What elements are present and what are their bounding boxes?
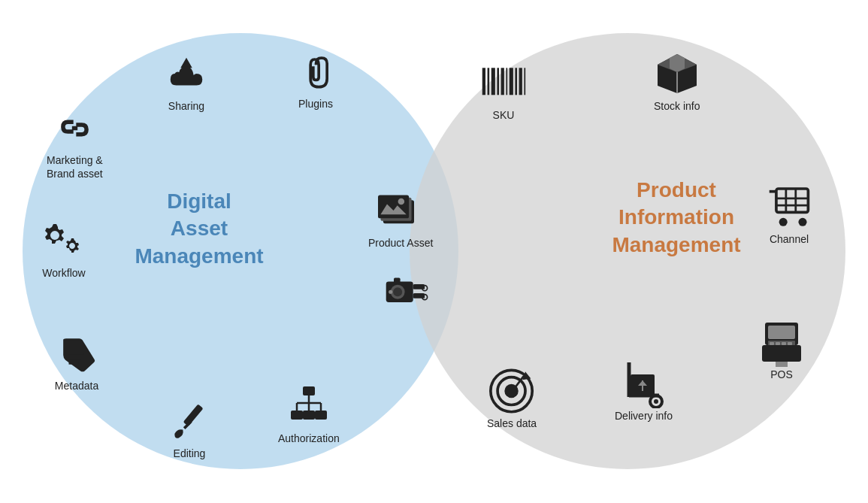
channel-label: Channel <box>770 232 809 246</box>
dolly-icon <box>622 361 667 406</box>
delivery-info-item: Delivery info <box>615 361 673 423</box>
tag-icon <box>54 331 99 376</box>
svg-rect-35 <box>515 68 517 95</box>
svg-marker-41 <box>670 54 685 72</box>
plugins-label: Plugins <box>298 97 333 111</box>
svg-rect-57 <box>788 342 792 345</box>
svg-rect-50 <box>768 326 795 339</box>
svg-rect-14 <box>315 411 327 420</box>
svg-rect-34 <box>510 68 513 95</box>
svg-point-47 <box>779 218 788 226</box>
svg-rect-17 <box>378 195 409 218</box>
target-icon <box>489 368 534 414</box>
sales-data-item: Sales data <box>487 368 537 430</box>
workflow-item: Workflow <box>41 218 86 280</box>
brush-icon <box>167 398 212 444</box>
cloud-upload-icon <box>164 51 209 96</box>
pos-label: POS <box>770 368 793 381</box>
plugins-item: Plugins <box>293 49 338 111</box>
images-icon <box>378 188 423 233</box>
workflow-label: Workflow <box>42 266 85 280</box>
org-chart-icon <box>286 383 331 429</box>
dam-label: DigitalAssetManagement <box>132 188 267 270</box>
svg-rect-6 <box>303 386 315 395</box>
svg-rect-56 <box>782 342 786 345</box>
sharing-item: Sharing <box>164 51 209 113</box>
editing-label: Editing <box>174 447 206 460</box>
dam-title: DigitalAssetManagement <box>135 189 263 268</box>
svg-rect-36 <box>519 68 522 95</box>
svg-rect-0 <box>72 126 77 130</box>
svg-rect-54 <box>770 342 774 345</box>
camera-icon <box>385 271 430 316</box>
svg-rect-4 <box>183 404 203 426</box>
svg-rect-55 <box>776 342 780 345</box>
cart-icon <box>767 184 812 229</box>
svg-point-23 <box>389 290 392 294</box>
sku-item: SKU <box>481 60 526 122</box>
barcode-icon <box>481 60 526 105</box>
svg-rect-37 <box>524 68 525 95</box>
pim-label: ProductInformationManagement <box>594 177 759 259</box>
pos-item: POS <box>759 320 804 381</box>
authorization-item: Authorization <box>278 383 340 445</box>
svg-point-18 <box>398 198 405 205</box>
sku-label: SKU <box>493 108 515 122</box>
pos-icon <box>759 320 804 365</box>
svg-rect-53 <box>776 362 788 367</box>
stock-info-item: Stock info <box>654 51 700 113</box>
svg-rect-29 <box>488 68 490 95</box>
svg-rect-13 <box>303 411 315 420</box>
sharing-label: Sharing <box>168 99 204 113</box>
metadata-item: Metadata <box>54 331 99 392</box>
svg-rect-12 <box>291 411 303 420</box>
editing-item: Editing <box>167 398 212 460</box>
svg-rect-32 <box>501 68 504 95</box>
svg-point-65 <box>654 399 658 404</box>
svg-rect-28 <box>482 68 485 95</box>
delivery-info-label: Delivery info <box>615 409 673 423</box>
svg-rect-31 <box>497 68 499 95</box>
svg-rect-33 <box>506 68 507 95</box>
authorization-label: Authorization <box>278 432 340 445</box>
product-asset-label: Product Asset <box>368 236 433 250</box>
gears-icon <box>41 218 86 263</box>
marketing-brand-label: Marketing &Brand asset <box>47 153 103 180</box>
pim-title: ProductInformationManagement <box>612 178 740 256</box>
paperclip-icon <box>293 49 338 94</box>
svg-rect-30 <box>491 68 495 95</box>
metadata-label: Metadata <box>55 379 98 392</box>
svg-rect-22 <box>394 277 401 283</box>
stock-info-label: Stock info <box>654 99 700 113</box>
svg-point-48 <box>798 218 806 226</box>
sales-data-label: Sales data <box>487 417 537 430</box>
marketing-brand-asset-item: Marketing &Brand asset <box>47 105 103 180</box>
product-asset-item: Product Asset <box>368 188 433 250</box>
box-icon <box>655 51 700 96</box>
svg-rect-52 <box>762 345 801 362</box>
video-item <box>385 271 430 319</box>
diagram-container: DigitalAssetManagement ProductInformatio… <box>0 0 868 503</box>
svg-rect-42 <box>776 189 808 212</box>
chain-icon <box>52 105 97 150</box>
channel-item: Channel <box>767 184 812 246</box>
svg-point-21 <box>393 287 402 296</box>
